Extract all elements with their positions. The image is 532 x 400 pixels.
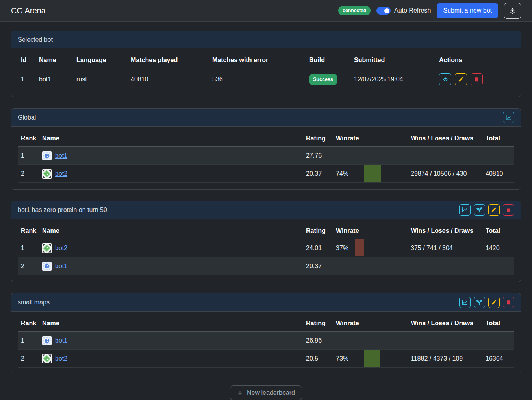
chart-icon (462, 207, 468, 213)
selected-bot-card-body: IdNameLanguageMatches playedMatches with… (11, 48, 521, 97)
pencil-button[interactable] (488, 204, 500, 216)
total-cell: 1420 (482, 239, 514, 257)
bot1-avatar (42, 151, 52, 160)
column-header: Rating (303, 223, 333, 239)
seedling-button[interactable] (474, 297, 485, 308)
rank-cell: 1 (18, 332, 39, 350)
trash-icon (506, 207, 512, 213)
leaderboard-row: 1bot127.76 (18, 147, 514, 165)
leaderboard-title: Global (18, 114, 36, 121)
theme-toggle-button[interactable] (504, 3, 521, 19)
winrate-bar-cell (354, 165, 408, 183)
column-header: Matches played (128, 52, 209, 68)
bot-link[interactable]: bot2 (55, 245, 67, 252)
auto-refresh-control: Auto Refresh (376, 7, 431, 15)
trash-icon (506, 299, 512, 305)
column-header: Wins / Loses / Draws (408, 223, 482, 239)
column-header: Rating (303, 131, 333, 147)
bot-link[interactable]: bot2 (55, 355, 67, 362)
seedling-icon (476, 207, 482, 213)
submitted-cell: 12/07/2025 19:04 (351, 68, 436, 90)
bot2-avatar (42, 243, 52, 253)
trash-button[interactable] (471, 73, 483, 85)
trash-button[interactable] (503, 204, 514, 216)
leaderboard-title: small maps (18, 299, 50, 306)
column-header: Rating (303, 315, 333, 332)
column-header: Rank (18, 315, 39, 332)
winrate-bar-cell (354, 147, 408, 165)
selected-bot-title: Selected bot (18, 36, 53, 43)
wins-loses-draws-cell: 11882 / 4373 / 109 (408, 350, 482, 368)
column-header: Total (482, 131, 514, 147)
wins-loses-draws-cell (408, 332, 482, 350)
actions-cell (436, 68, 514, 90)
bot1-avatar (42, 262, 52, 271)
rank-cell: 2 (18, 350, 39, 368)
bot-link[interactable]: bot2 (55, 170, 67, 177)
auto-refresh-toggle[interactable] (376, 7, 391, 15)
name-cell: bot2 (39, 165, 303, 183)
top-navbar: CG Arena connected Auto Refresh Submit a… (0, 0, 532, 22)
leaderboard-card: bot1 has zero protein on turn 50 RankNam… (11, 201, 521, 282)
bot-link[interactable]: bot1 (55, 337, 67, 344)
chart-button[interactable] (459, 297, 471, 308)
new-leaderboard-button[interactable]: New leaderboard (230, 385, 302, 400)
name-cell: bot1 (39, 332, 303, 350)
bot-id-cell: 1 (18, 68, 36, 90)
column-header: Matches with error (209, 52, 306, 68)
winrate-cell: 73% (333, 350, 354, 368)
column-header: Winrate (333, 131, 354, 147)
winrate-bar-cell (354, 350, 408, 368)
leaderboard-table: RankNameRatingWinrateWins / Loses / Draw… (18, 223, 514, 275)
leaderboard-card-body: RankNameRatingWinrateWins / Loses / Draw… (11, 127, 521, 189)
wins-loses-draws-cell: 375 / 741 / 304 (408, 239, 482, 257)
pencil-button[interactable] (455, 73, 467, 85)
wins-loses-draws-cell: 29874 / 10506 / 430 (408, 165, 482, 183)
column-header: Submitted (351, 52, 436, 68)
submit-new-bot-button[interactable]: Submit a new bot (437, 3, 498, 18)
navbar-controls: connected Auto Refresh Submit a new bot (338, 3, 521, 19)
chart-button[interactable] (459, 204, 471, 216)
bot-link[interactable]: bot1 (55, 152, 67, 159)
bot-name-cell: bot1 (36, 68, 73, 90)
leaderboard-header-actions (503, 112, 514, 123)
column-header: Total (482, 223, 514, 239)
chart-button[interactable] (503, 112, 514, 123)
build-status-badge: Success (309, 74, 337, 85)
selected-bot-card: Selected bot IdNameLanguageMatches playe… (11, 31, 521, 97)
page-content: Selected bot IdNameLanguageMatches playe… (0, 22, 532, 400)
rank-cell: 2 (18, 257, 39, 275)
leaderboard-header-actions (459, 204, 514, 216)
column-header: Total (482, 315, 514, 332)
winrate-cell (333, 332, 354, 350)
bot1-avatar (42, 336, 52, 345)
column-header: Language (73, 52, 128, 68)
rating-cell: 27.76 (303, 147, 333, 165)
code-button[interactable] (439, 73, 451, 85)
leaderboard-row: 2bot220.573%11882 / 4373 / 10916364 (18, 350, 514, 368)
winrate-bar (364, 350, 380, 367)
selected-bot-row: 1 bot1 rust 40810 536 Success 12/07/2025… (18, 68, 514, 90)
sun-icon (509, 7, 516, 14)
seedling-button[interactable] (474, 204, 485, 216)
name-cell: bot1 (39, 257, 303, 275)
winrate-cell: 74% (333, 165, 354, 183)
rating-cell: 24.01 (303, 239, 333, 257)
trash-button[interactable] (503, 297, 514, 308)
leaderboard-card-body: RankNameRatingWinrateWins / Loses / Draw… (11, 219, 521, 282)
winrate-bar-cell (354, 257, 408, 275)
wins-loses-draws-cell (408, 147, 482, 165)
name-cell: bot2 (39, 350, 303, 368)
total-cell: 40810 (482, 165, 514, 183)
total-cell: 16364 (482, 350, 514, 368)
leaderboard-table-header: RankNameRatingWinrateWins / Loses / Draw… (18, 131, 514, 147)
column-header (354, 223, 408, 239)
column-header: Rank (18, 223, 39, 239)
bot2-avatar (42, 354, 52, 363)
matches-with-error-cell: 536 (209, 68, 306, 90)
bot-link[interactable]: bot1 (55, 263, 67, 270)
column-header: Actions (436, 52, 514, 68)
pencil-button[interactable] (488, 297, 500, 308)
code-icon (442, 76, 449, 83)
leaderboard-row: 2bot120.37 (18, 257, 514, 275)
